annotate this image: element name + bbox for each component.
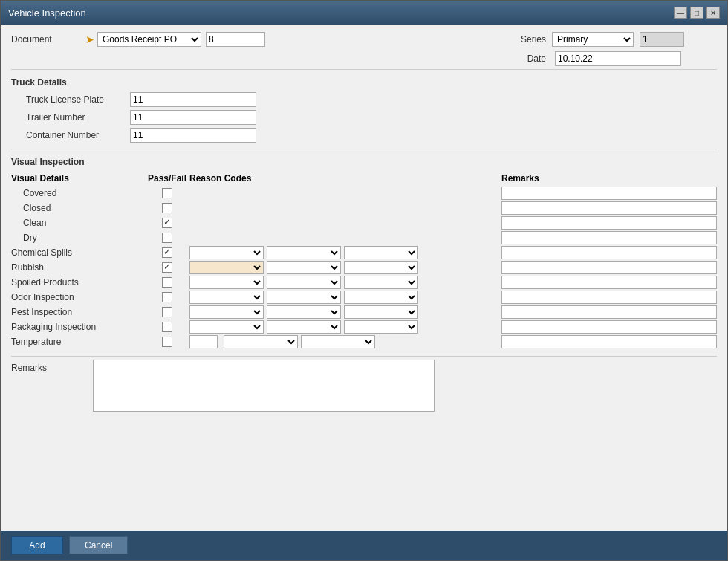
vi-checkbox-chemical-spills[interactable] bbox=[162, 247, 172, 258]
container-number-label: Container Number bbox=[26, 130, 130, 140]
vi-checkbox-covered[interactable] bbox=[162, 188, 172, 198]
date-input[interactable] bbox=[555, 51, 681, 66]
rc3-spoiled-products[interactable] bbox=[344, 276, 418, 289]
vi-checkbox-spoiled-products[interactable] bbox=[162, 277, 172, 288]
vi-checkbox-cell-spoiled-products bbox=[145, 277, 189, 288]
vi-remarks-input-closed[interactable] bbox=[501, 201, 717, 215]
vi-remarks-cell-rubbish bbox=[501, 261, 717, 274]
close-button[interactable]: ✕ bbox=[706, 7, 720, 19]
rc3-temperature[interactable] bbox=[301, 335, 375, 348]
rc3-packaging-inspection[interactable] bbox=[344, 320, 418, 334]
temperature-value-input[interactable] bbox=[189, 335, 218, 348]
cancel-button[interactable]: Cancel bbox=[69, 536, 128, 554]
rc3-pest-inspection[interactable] bbox=[344, 305, 418, 319]
vi-rc-cell-rubbish bbox=[189, 261, 501, 274]
vi-remarks-input-temperature[interactable] bbox=[501, 335, 717, 348]
vi-checkbox-cell-pest-inspection bbox=[145, 307, 189, 317]
vi-remarks-cell-clean bbox=[501, 216, 717, 230]
rc2-rubbish[interactable] bbox=[267, 261, 341, 274]
series-row: Series Primary bbox=[509, 32, 717, 47]
series-date-section: Series Primary Date bbox=[509, 32, 717, 66]
truck-details-section: Truck License Plate Trailer Number Conta… bbox=[26, 92, 717, 143]
vi-remarks-input-packaging-inspection[interactable] bbox=[501, 320, 717, 334]
vi-row-clean: Clean bbox=[11, 216, 717, 230]
window-controls: — □ ✕ bbox=[674, 7, 720, 19]
rc-group-rubbish bbox=[189, 261, 501, 274]
rc2-odor-inspection[interactable] bbox=[267, 291, 341, 304]
vi-checkbox-pest-inspection[interactable] bbox=[162, 307, 172, 317]
truck-license-row: Truck License Plate bbox=[26, 92, 717, 107]
vi-row-covered: Covered bbox=[11, 187, 717, 200]
vi-remarks-input-spoiled-products[interactable] bbox=[501, 276, 717, 289]
document-row: Document ➤ Goods Receipt PO bbox=[11, 32, 509, 47]
document-number-input[interactable] bbox=[206, 32, 265, 47]
vi-row-odor-inspection: Odor Inspection bbox=[11, 291, 717, 304]
trailer-number-row: Trailer Number bbox=[26, 110, 717, 125]
remarks-label: Remarks bbox=[11, 360, 85, 373]
vi-checkbox-closed[interactable] bbox=[162, 203, 172, 213]
vi-remarks-cell-spoiled-products bbox=[501, 276, 717, 289]
vi-remarks-input-dry[interactable] bbox=[501, 231, 717, 244]
vi-rc-cell-temperature bbox=[189, 335, 501, 348]
vi-column-headers: Visual Details Pass/Fail Reason Codes Re… bbox=[11, 172, 717, 185]
rc1-spoiled-products[interactable] bbox=[189, 276, 264, 289]
col-remarks: Remarks bbox=[501, 173, 717, 184]
vi-checkbox-packaging-inspection[interactable] bbox=[162, 322, 172, 332]
trailer-number-input[interactable] bbox=[130, 110, 256, 125]
series-dropdown[interactable]: Primary bbox=[552, 32, 634, 47]
vi-checkbox-cell-covered bbox=[145, 188, 189, 198]
rc3-odor-inspection[interactable] bbox=[344, 291, 418, 304]
vi-checkbox-rubbish[interactable] bbox=[162, 262, 172, 273]
vi-rc-cell-chemical-spills bbox=[189, 246, 501, 259]
vi-row-dry: Dry bbox=[11, 231, 717, 244]
container-number-input[interactable] bbox=[130, 128, 256, 143]
rc1-packaging-inspection[interactable] bbox=[189, 320, 264, 334]
document-type-dropdown[interactable]: Goods Receipt PO bbox=[97, 32, 201, 47]
vi-row-rubbish: Rubbish bbox=[11, 261, 717, 274]
vi-checkbox-dry[interactable] bbox=[162, 233, 172, 243]
vi-remarks-input-pest-inspection[interactable] bbox=[501, 305, 717, 319]
vi-remarks-input-rubbish[interactable] bbox=[501, 261, 717, 274]
series-number-input[interactable] bbox=[640, 32, 684, 47]
vi-checkbox-cell-dry bbox=[145, 233, 189, 243]
rc-group-spoiled-products bbox=[189, 276, 501, 289]
rc1-pest-inspection[interactable] bbox=[189, 305, 264, 319]
rc2-spoiled-products[interactable] bbox=[267, 276, 341, 289]
maximize-button[interactable]: □ bbox=[690, 7, 703, 19]
vi-row-closed: Closed bbox=[11, 201, 717, 215]
vi-rc-cell-odor-inspection bbox=[189, 291, 501, 304]
rc3-chemical-spills[interactable] bbox=[344, 246, 418, 259]
vi-remarks-input-odor-inspection[interactable] bbox=[501, 291, 717, 304]
remarks-textarea[interactable] bbox=[93, 360, 435, 412]
rc3-rubbish[interactable] bbox=[344, 261, 418, 274]
col-pass-fail: Pass/Fail bbox=[145, 173, 189, 184]
vi-remarks-cell-closed bbox=[501, 201, 717, 215]
vi-checkbox-cell-clean bbox=[145, 218, 189, 228]
rc2-temperature[interactable] bbox=[224, 335, 298, 348]
document-section: Document ➤ Goods Receipt PO bbox=[11, 32, 509, 51]
add-button[interactable]: Add bbox=[11, 536, 63, 554]
rc-group-pest-inspection bbox=[189, 305, 501, 319]
rc1-odor-inspection[interactable] bbox=[189, 291, 264, 304]
vi-row-temperature: Temperature bbox=[11, 335, 717, 348]
rc2-chemical-spills[interactable] bbox=[267, 246, 341, 259]
remarks-section: Remarks bbox=[11, 360, 717, 412]
vi-remarks-input-covered[interactable] bbox=[501, 187, 717, 200]
vi-checkbox-temperature[interactable] bbox=[162, 337, 172, 347]
document-label: Document bbox=[11, 34, 85, 45]
vi-remarks-input-chemical-spills[interactable] bbox=[501, 246, 717, 259]
rc2-packaging-inspection[interactable] bbox=[267, 320, 341, 334]
trailer-number-label: Trailer Number bbox=[26, 112, 130, 123]
rc2-pest-inspection[interactable] bbox=[267, 305, 341, 319]
truck-license-input[interactable] bbox=[130, 92, 256, 107]
vi-checkbox-clean[interactable] bbox=[162, 218, 172, 228]
bottom-bar: Add Cancel bbox=[1, 531, 727, 560]
col-visual-details: Visual Details bbox=[11, 173, 145, 184]
rc1-chemical-spills[interactable] bbox=[189, 246, 264, 259]
rc1-rubbish[interactable] bbox=[189, 261, 264, 274]
minimize-button[interactable]: — bbox=[674, 7, 687, 19]
rc-group-chemical-spills bbox=[189, 246, 501, 259]
visual-inspection-section: Visual Inspection Visual Details Pass/Fa… bbox=[11, 157, 717, 348]
vi-remarks-input-clean[interactable] bbox=[501, 216, 717, 230]
vi-checkbox-odor-inspection[interactable] bbox=[162, 292, 172, 302]
